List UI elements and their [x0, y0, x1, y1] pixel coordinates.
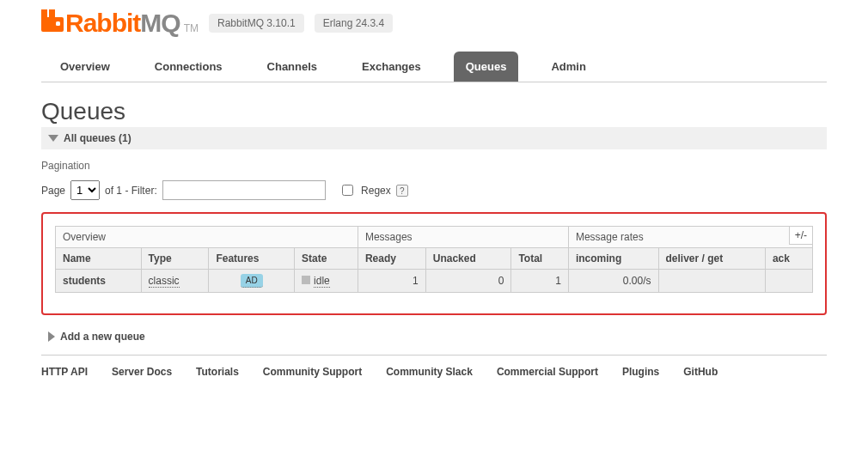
page-label: Page — [41, 185, 65, 197]
add-queue-label: Add a new queue — [60, 331, 145, 343]
page-select[interactable]: 1 — [70, 180, 100, 200]
group-header-messages: Messages — [358, 227, 568, 248]
queue-type: classic — [149, 275, 180, 288]
ready-value: 1 — [358, 270, 425, 293]
queue-name-link[interactable]: students — [63, 275, 106, 287]
table-row: students classic AD idle 1 0 1 0.00/s — [56, 270, 813, 293]
group-header-overview: Overview — [56, 227, 358, 248]
footer-plugins[interactable]: Plugins — [622, 366, 659, 378]
col-type[interactable]: Type — [141, 248, 209, 270]
regex-help-icon[interactable]: ? — [396, 185, 408, 197]
feature-tag: AD — [241, 274, 263, 288]
col-incoming[interactable]: incoming — [568, 248, 658, 270]
footer-community-support[interactable]: Community Support — [263, 366, 362, 378]
tab-channels[interactable]: Channels — [255, 52, 330, 82]
header: Rabbit MQ TM RabbitMQ 3.10.1 Erlang 24.3… — [41, 9, 827, 38]
svg-rect-3 — [56, 21, 60, 26]
col-features[interactable]: Features — [209, 248, 295, 270]
chevron-down-icon — [48, 135, 58, 142]
incoming-value: 0.00/s — [568, 270, 658, 293]
regex-label: Regex — [361, 185, 391, 197]
add-queue-section[interactable]: Add a new queue — [41, 331, 827, 343]
tab-queues[interactable]: Queues — [454, 52, 519, 82]
footer-commercial-support[interactable]: Commercial Support — [497, 366, 598, 378]
pagination-block: Pagination Page 1 of 1 - Filter: Regex ? — [41, 160, 827, 200]
col-ready[interactable]: Ready — [358, 248, 425, 270]
logo-text-mq: MQ — [140, 9, 180, 38]
filter-input[interactable] — [162, 180, 326, 200]
tab-overview[interactable]: Overview — [48, 52, 122, 82]
queue-state: idle — [314, 275, 330, 288]
unacked-value: 0 — [425, 270, 511, 293]
chevron-right-icon — [48, 331, 55, 342]
footer-http-api[interactable]: HTTP API — [41, 366, 88, 378]
all-queues-label: All queues — [64, 132, 116, 144]
deliver-get-value — [658, 270, 765, 293]
col-total[interactable]: Total — [511, 248, 569, 270]
tab-admin[interactable]: Admin — [539, 52, 597, 82]
columns-toggle-button[interactable]: +/- — [789, 226, 813, 245]
footer-community-slack[interactable]: Community Slack — [386, 366, 473, 378]
of-text: of 1 - Filter: — [105, 185, 157, 197]
queues-table-highlight: +/- Overview Messages Message rates Name… — [41, 212, 827, 315]
col-deliver-get[interactable]: deliver / get — [658, 248, 765, 270]
version-badge-rabbit: RabbitMQ 3.10.1 — [209, 14, 304, 33]
ack-value — [765, 270, 812, 293]
svg-rect-2 — [41, 17, 64, 32]
regex-checkbox[interactable] — [342, 185, 353, 196]
nav-tabs: Overview Connections Channels Exchanges … — [41, 52, 827, 82]
pagination-section-label: Pagination — [41, 160, 827, 172]
version-badge-erlang: Erlang 24.3.4 — [315, 14, 393, 33]
footer-tutorials[interactable]: Tutorials — [196, 366, 239, 378]
footer-server-docs[interactable]: Server Docs — [112, 366, 172, 378]
footer: HTTP API Server Docs Tutorials Community… — [41, 355, 827, 388]
logo-icon — [41, 9, 64, 38]
col-name[interactable]: Name — [56, 248, 142, 270]
logo[interactable]: Rabbit MQ TM — [41, 9, 199, 38]
col-state[interactable]: State — [295, 248, 358, 270]
tab-exchanges[interactable]: Exchanges — [350, 52, 433, 82]
col-unacked[interactable]: Unacked — [425, 248, 511, 270]
logo-text-rabbit: Rabbit — [65, 9, 140, 38]
logo-tm: TM — [184, 22, 199, 34]
queues-table: Overview Messages Message rates Name Typ… — [55, 226, 813, 293]
total-value: 1 — [511, 270, 569, 293]
all-queues-section[interactable]: All queues (1) — [41, 127, 827, 149]
all-queues-count: (1) — [119, 132, 131, 144]
page-title: Queues — [41, 98, 827, 125]
group-header-rates: Message rates — [568, 227, 812, 248]
tab-connections[interactable]: Connections — [143, 52, 235, 82]
col-ack[interactable]: ack — [765, 248, 812, 270]
footer-github[interactable]: GitHub — [683, 366, 718, 378]
state-dot-icon — [302, 276, 310, 284]
